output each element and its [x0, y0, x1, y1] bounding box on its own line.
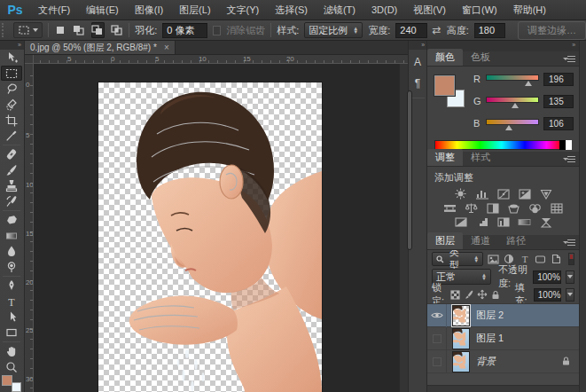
antialias-checkbox[interactable]: [213, 26, 222, 35]
visibility-toggle[interactable]: [427, 304, 447, 327]
menu-3d[interactable]: 3D(D): [363, 0, 405, 20]
toolbar-collapse-arrows[interactable]: »: [0, 41, 24, 50]
panel-menu-icon[interactable]: [563, 155, 575, 163]
add-selection-button[interactable]: [73, 22, 86, 38]
vibrance-icon[interactable]: [538, 188, 553, 200]
hue-saturation-icon[interactable]: [442, 202, 457, 214]
style-select[interactable]: 固定比例 ▲▼: [304, 22, 363, 38]
fill-value[interactable]: 100%: [534, 288, 562, 302]
gradient-map-icon[interactable]: [517, 216, 532, 228]
menu-file[interactable]: 文件(F): [30, 0, 78, 20]
tab-layers[interactable]: 图层: [427, 232, 463, 249]
foreground-color-swatch[interactable]: [434, 75, 455, 96]
curves-icon[interactable]: [496, 188, 511, 200]
brightness-contrast-icon[interactable]: [453, 188, 468, 200]
invert-icon[interactable]: [453, 216, 468, 228]
filter-smart-objects-icon[interactable]: [551, 253, 563, 266]
width-input[interactable]: 240: [395, 23, 426, 38]
layer-row-background[interactable]: 背景: [427, 350, 579, 373]
opacity-dropdown-button[interactable]: [566, 270, 574, 284]
opacity-value[interactable]: 100%: [533, 270, 561, 284]
tab-styles[interactable]: 样式: [463, 149, 498, 166]
tab-channels[interactable]: 通道: [463, 232, 498, 249]
green-value[interactable]: 135: [543, 95, 574, 108]
posterize-icon[interactable]: [474, 216, 489, 228]
clone-stamp-tool[interactable]: [1, 178, 22, 194]
photo-filter-icon[interactable]: [506, 202, 521, 214]
height-input[interactable]: 180: [474, 23, 505, 38]
tab-color[interactable]: 颜色: [427, 49, 463, 66]
subtract-selection-button[interactable]: [91, 22, 105, 38]
layer-name[interactable]: 背景: [476, 355, 562, 368]
menu-edit[interactable]: 编辑(E): [78, 0, 127, 20]
slider-thumb[interactable]: [505, 125, 512, 130]
color-balance-icon[interactable]: [464, 202, 479, 214]
color-lookup-icon[interactable]: [549, 202, 564, 214]
blue-slider[interactable]: [486, 116, 539, 130]
menu-type[interactable]: 文字(Y): [219, 0, 268, 20]
filter-pixel-layers-icon[interactable]: [487, 253, 499, 266]
hand-tool[interactable]: [1, 343, 22, 359]
selective-color-icon[interactable]: [538, 216, 553, 228]
panel-menu-icon[interactable]: [563, 55, 575, 63]
black-white-icon[interactable]: [485, 202, 500, 214]
slider-thumb[interactable]: [512, 103, 519, 108]
foreground-color-swatch[interactable]: [2, 375, 12, 386]
menu-filter[interactable]: 滤镜(T): [316, 0, 363, 20]
paragraph-panel-icon[interactable]: ¶: [409, 74, 426, 92]
move-tool[interactable]: [1, 50, 22, 66]
dodge-tool[interactable]: [1, 259, 22, 275]
zoom-tool[interactable]: [1, 359, 22, 375]
levels-icon[interactable]: [474, 188, 489, 200]
pen-tool[interactable]: [1, 278, 22, 294]
close-icon[interactable]: ×: [164, 43, 169, 52]
red-value[interactable]: 196: [543, 73, 574, 86]
black-white-wells[interactable]: [559, 140, 572, 150]
menu-image[interactable]: 图像(I): [127, 0, 171, 20]
lock-pixels-icon[interactable]: [464, 289, 473, 301]
layer-thumbnail[interactable]: [452, 305, 470, 326]
type-tool[interactable]: T: [1, 294, 22, 310]
lock-all-icon[interactable]: [491, 289, 500, 301]
lasso-tool[interactable]: [1, 81, 22, 97]
quick-selection-tool[interactable]: [1, 97, 22, 113]
layer-name[interactable]: 图层 2: [476, 309, 579, 322]
document-scrollbar[interactable]: [399, 64, 408, 392]
brush-tool[interactable]: [1, 162, 22, 178]
green-slider[interactable]: [486, 94, 539, 108]
background-color-swatch[interactable]: [12, 382, 21, 392]
spot-healing-brush-tool[interactable]: [1, 146, 22, 162]
intersect-selection-button[interactable]: [110, 22, 123, 38]
gradient-tool[interactable]: [1, 228, 22, 244]
refine-edge-button[interactable]: 调整边缘…: [518, 21, 586, 40]
layer-filter-toggle[interactable]: [568, 253, 575, 265]
layer-row-layer1[interactable]: 图层 1: [427, 327, 579, 350]
menu-window[interactable]: 窗口(W): [454, 0, 505, 20]
slider-thumb[interactable]: [525, 81, 532, 86]
tab-swatches[interactable]: 色板: [463, 49, 498, 66]
layer-thumbnail[interactable]: [452, 328, 470, 349]
layer-name[interactable]: 图层 1: [476, 332, 579, 345]
lock-transparency-icon[interactable]: [450, 289, 460, 301]
menu-select[interactable]: 选择(S): [267, 0, 316, 20]
eyedropper-tool[interactable]: [1, 129, 22, 145]
swap-dimensions-icon[interactable]: ⇄: [433, 24, 441, 36]
color-swatches[interactable]: [2, 375, 21, 392]
panel-menu-icon[interactable]: [563, 239, 575, 247]
character-panel-icon[interactable]: A: [409, 53, 426, 71]
rectangular-marquee-tool[interactable]: [1, 66, 22, 82]
new-selection-button[interactable]: [54, 22, 67, 38]
tab-adjustments[interactable]: 调整: [427, 149, 463, 166]
lock-position-icon[interactable]: [477, 289, 488, 301]
path-selection-tool[interactable]: [1, 310, 22, 325]
layer-row-layer2[interactable]: 图层 2: [427, 304, 579, 327]
scrollbar-thumb[interactable]: [407, 90, 412, 250]
red-slider[interactable]: [486, 72, 539, 86]
visibility-toggle[interactable]: [427, 327, 447, 350]
crop-tool[interactable]: [1, 113, 22, 129]
visibility-toggle[interactable]: [427, 350, 447, 373]
eraser-tool[interactable]: [1, 212, 22, 228]
layer-filter-select[interactable]: 类型 ▲▼: [432, 252, 483, 266]
blue-value[interactable]: 106: [543, 117, 574, 130]
strip-collapse-arrows[interactable]: »: [409, 41, 426, 50]
